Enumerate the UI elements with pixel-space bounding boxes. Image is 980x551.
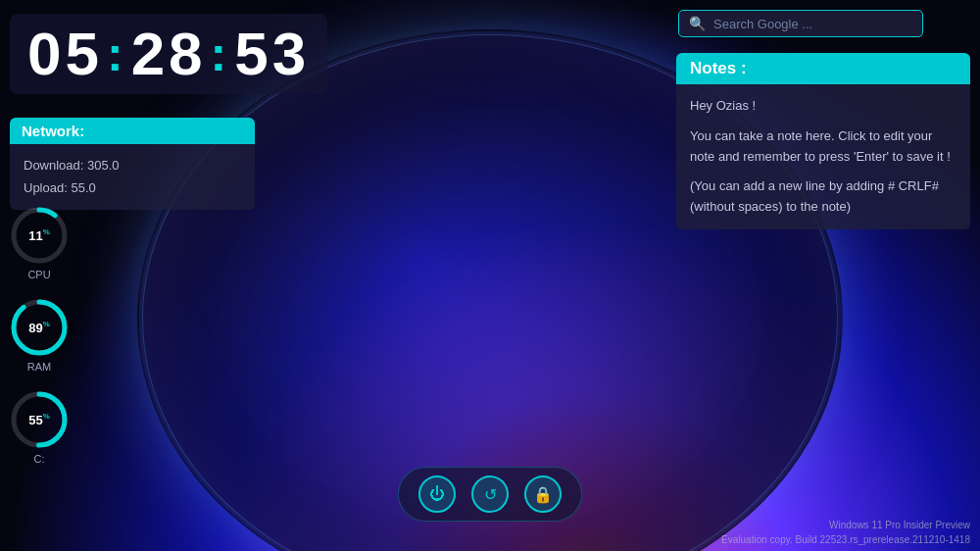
cpu-value: 11% (28, 227, 50, 242)
cpu-gauge: 11% CPU (10, 206, 69, 280)
network-body: Download: 305.0 Upload: 55.0 (10, 144, 255, 210)
network-header: Network: (10, 118, 255, 144)
search-widget: 🔍 (678, 10, 923, 37)
disk-label: C: (34, 453, 45, 465)
clock-seconds: 53 (234, 24, 310, 84)
clock-hours: 05 (27, 24, 103, 84)
notes-widget: Notes : Hey Ozias ! You can take a note … (676, 53, 970, 229)
gauges-container: 11% CPU 89% RAM 55% C (10, 206, 69, 465)
clock-minutes: 28 (131, 24, 207, 84)
cpu-ring: 11% (10, 206, 69, 265)
ram-ring: 89% (10, 298, 69, 357)
power-button[interactable]: ⏻ (418, 476, 456, 513)
lock-button[interactable]: 🔒 (524, 476, 562, 513)
notes-header: Notes : (676, 53, 970, 84)
refresh-button[interactable]: ↺ (471, 476, 509, 513)
footer-line1: Windows 11 Pro Insider Preview (721, 518, 970, 532)
ram-label: RAM (27, 361, 51, 373)
clock-widget: 05 : 28 : 53 (10, 14, 327, 94)
ram-gauge: 89% RAM (10, 298, 69, 373)
notes-line-3: (You can add a new line by adding # CRLF… (690, 176, 956, 218)
disk-ring: 55% (10, 390, 69, 449)
notes-line-2: You can take a note here. Click to edit … (690, 126, 956, 168)
network-download: Download: 305.0 (24, 154, 241, 176)
network-upload: Upload: 55.0 (24, 176, 241, 199)
clock-colon-1: : (105, 29, 129, 78)
clock-colon-2: : (209, 29, 233, 78)
notes-line-1: Hey Ozias ! (690, 96, 956, 117)
app-container: 05 : 28 : 53 Network: Download: 305.0 Up… (0, 0, 980, 551)
bottom-bar: ⏻ ↺ 🔒 (398, 467, 582, 522)
ram-value: 89% (28, 320, 50, 334)
notes-body[interactable]: Hey Ozias ! You can take a note here. Cl… (676, 84, 970, 229)
search-input[interactable] (713, 17, 912, 31)
footer-line2: Evaluation copy. Build 22523.rs_prerelea… (721, 532, 970, 547)
search-icon: 🔍 (689, 16, 706, 31)
search-box[interactable]: 🔍 (678, 10, 923, 37)
footer: Windows 11 Pro Insider Preview Evaluatio… (721, 518, 970, 547)
disk-gauge: 55% C: (10, 390, 69, 465)
disk-value: 55% (28, 412, 50, 426)
cpu-label: CPU (27, 269, 50, 280)
network-widget: Network: Download: 305.0 Upload: 55.0 (10, 118, 255, 210)
clock-display: 05 : 28 : 53 (27, 24, 310, 84)
